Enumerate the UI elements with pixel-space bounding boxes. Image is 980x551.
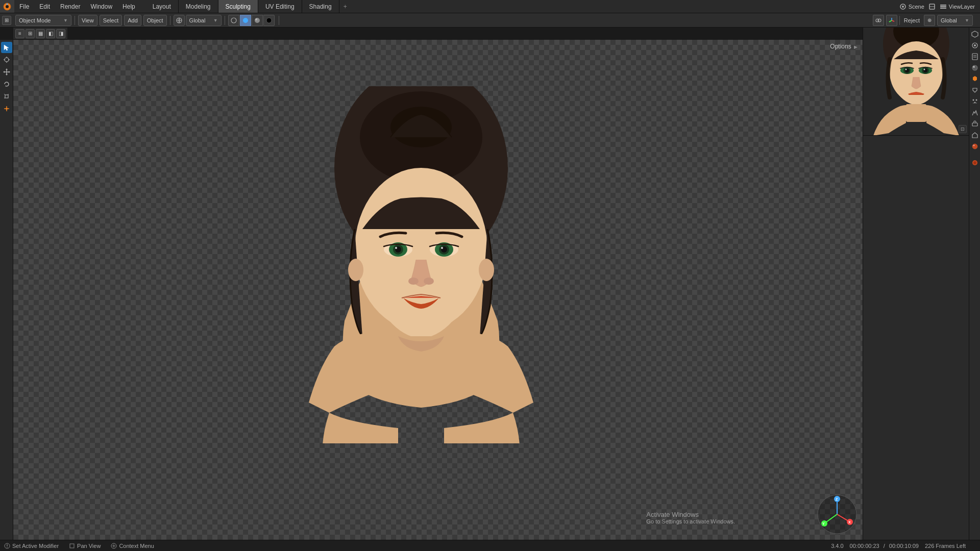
rendered-btn[interactable] [263,15,275,26]
gizmo-btn[interactable] [886,15,897,26]
solid-btn[interactable] [240,15,251,26]
svg-point-84 [972,144,977,149]
main-toolbar: ⊞ Object Mode ▼ View Select Add Object G… [0,13,980,28]
svg-point-82 [976,103,977,104]
toolbar-sep-1 [75,16,75,25]
viewport-options-btn[interactable]: Options ▶ [830,43,857,50]
activate-windows-notice: Activate Windows Go to Settings to activ… [646,511,735,524]
overlay-btn[interactable] [873,15,884,26]
status-context-menu: Context Menu [111,543,154,549]
transform-tool[interactable] [1,103,12,114]
modifier-properties-icon[interactable] [970,86,979,95]
svg-rect-73 [972,54,977,60]
nav-gizmo[interactable]: Z X Y [817,494,857,535]
secondary-icon-3[interactable]: ▦ [36,29,45,38]
mini-viewport-controls: ⊡ [959,125,967,133]
render-engine-selector[interactable] [928,3,936,10]
svg-point-100 [905,69,907,70]
menu-help[interactable]: Help [117,0,140,13]
view-layer-selector[interactable]: ViewLayer [940,3,975,10]
svg-rect-9 [940,8,946,9]
svg-rect-83 [972,123,977,126]
svg-point-87 [973,161,976,164]
svg-point-81 [973,103,974,104]
tab-layout[interactable]: Layout [145,0,179,13]
select-tool[interactable] [1,42,12,53]
add-menu-btn[interactable]: Add [124,15,141,26]
top-menu-bar: File Edit Render Window Help Layout Mode… [0,0,980,13]
menu-file[interactable]: File [14,0,34,13]
toolbar-sep-2 [170,16,170,25]
object-properties-icon[interactable] [970,74,979,84]
scene-selector[interactable]: Scene [899,3,924,10]
mode-selector[interactable]: Object Mode ▼ [15,15,71,26]
svg-rect-105 [906,104,926,122]
app-icon[interactable] [0,0,14,13]
tab-sculpting[interactable]: Sculpting [218,0,258,13]
material-properties-icon[interactable] [970,142,979,151]
output-properties-icon[interactable] [970,52,979,61]
viewport-icon[interactable]: ⊞ [2,16,11,25]
tab-shading[interactable]: Shading [302,0,339,13]
toolbar-sep-4 [279,16,279,25]
svg-point-56 [408,278,419,285]
tab-uv-editing[interactable]: UV Editing [258,0,302,13]
secondary-icon-4[interactable]: ◧ [46,29,55,38]
scene-properties-icon[interactable] [970,30,979,39]
svg-point-59 [479,259,494,281]
svg-point-58 [348,259,363,281]
menu-render[interactable]: Render [55,0,85,13]
svg-line-21 [892,20,894,21]
svg-point-79 [975,99,977,101]
svg-marker-32 [3,71,5,73]
svg-point-2 [7,3,8,5]
constraints-properties-icon[interactable] [970,119,979,129]
svg-line-36 [4,94,5,95]
svg-point-14 [255,18,260,23]
secondary-toolbar: ≡ ⊞ ▦ ◧ ◨ [13,28,67,40]
global-selector-2[interactable]: Global ▼ [937,15,973,26]
wireframe-btn[interactable] [228,15,239,26]
material-btn[interactable] [252,15,263,26]
render-properties-icon[interactable] [970,41,979,50]
svg-point-77 [973,66,975,68]
mini-zoom-fit[interactable]: ⊡ [959,125,967,133]
rotate-tool[interactable] [1,79,12,90]
status-version-info: 3.4.0 00:00:00:23 / 00:00:10:09 226 Fram… [831,543,966,549]
status-bar: Set Active Modifier Pan View Context Men… [0,540,980,551]
svg-marker-31 [6,74,8,76]
view-menu-btn[interactable]: View [78,15,97,26]
world-properties-icon[interactable] [970,158,979,167]
view-layer-properties-icon[interactable] [970,63,979,72]
global-transform-btn[interactable] [174,15,185,26]
menu-window[interactable]: Window [85,0,117,13]
menu-edit[interactable]: Edit [34,0,55,13]
physics-properties-icon[interactable] [970,108,979,117]
svg-text:Y: Y [822,522,825,525]
3d-model [268,86,574,443]
svg-point-12 [231,18,236,23]
tab-modeling[interactable]: Modeling [179,0,218,13]
svg-point-15 [255,18,257,20]
object-data-properties-icon[interactable] [970,131,979,140]
object-menu-btn[interactable]: Object [143,15,167,26]
svg-point-13 [243,18,248,23]
secondary-icon-2[interactable]: ⊞ [26,29,35,38]
scale-tool[interactable] [1,91,12,102]
secondary-icon-5[interactable]: ◨ [56,29,65,38]
particles-properties-icon[interactable] [970,97,979,106]
cursor-tool[interactable] [1,54,12,65]
svg-point-41 [6,108,8,110]
svg-point-1 [6,5,9,8]
svg-text:X: X [848,520,851,524]
add-workspace-button[interactable]: + [339,0,351,13]
select-menu-btn[interactable]: Select [100,15,122,26]
secondary-icon-1[interactable]: ≡ [15,29,24,38]
reject-btn[interactable]: Reject [902,17,922,23]
svg-rect-7 [940,5,946,6]
snap-btn[interactable]: ⊕ [924,15,935,26]
viewport-3d[interactable]: Options ▶ Z X Y Activate Windows Go to S… [13,40,863,540]
svg-marker-30 [6,68,8,70]
global-selector[interactable]: Global ▼ [186,15,222,26]
move-tool[interactable] [1,66,12,78]
